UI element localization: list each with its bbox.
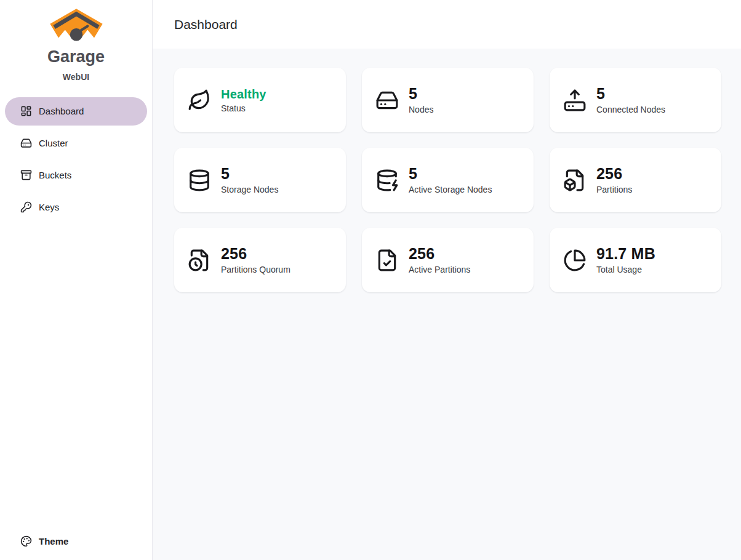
leaf-icon (188, 89, 211, 112)
app-name: Garage (47, 48, 105, 66)
sidebar-item-label: Cluster (39, 138, 68, 148)
stat-value: 5 (221, 166, 278, 183)
sidebar-item-cluster[interactable]: Cluster (5, 129, 147, 158)
pie-chart-icon (563, 249, 587, 272)
stat-label: Status (221, 103, 266, 113)
stat-card-status: Healthy Status (174, 68, 346, 132)
stat-value: 256 (221, 246, 290, 263)
stat-value: Healthy (221, 87, 266, 101)
stat-value: 5 (596, 86, 665, 103)
sidebar-item-label: Dashboard (39, 106, 84, 116)
database-icon (188, 169, 211, 192)
stat-value: 256 (409, 246, 470, 263)
main-area: Dashboard Healthy Status 5 Nodes 5 Conne… (153, 0, 741, 560)
file-box-icon (563, 169, 587, 192)
page-header: Dashboard (153, 0, 741, 49)
stat-label: Connected Nodes (596, 105, 665, 114)
theme-label: Theme (39, 536, 68, 546)
sidebar-item-keys[interactable]: Keys (5, 193, 147, 222)
stat-card-total-usage: 91.7 MB Total Usage (550, 228, 721, 292)
content-area: Healthy Status 5 Nodes 5 Connected Nodes… (153, 49, 741, 560)
stat-card-active-partitions: 256 Active Partitions (362, 228, 534, 292)
hard-drive-upload-icon (563, 89, 587, 112)
database-zap-icon (375, 169, 399, 192)
sidebar: Garage WebUI Dashboard Cluster Buckets K… (0, 0, 153, 560)
layout-dashboard-icon (20, 105, 32, 117)
sidebar-item-label: Buckets (39, 170, 71, 180)
palette-icon (20, 535, 32, 547)
stats-grid: Healthy Status 5 Nodes 5 Connected Nodes… (174, 68, 721, 292)
key-icon (20, 201, 32, 213)
stat-label: Nodes (409, 105, 433, 114)
sidebar-item-dashboard[interactable]: Dashboard (5, 97, 147, 126)
hard-drive-icon (20, 137, 32, 149)
garage-logo-icon (47, 7, 105, 47)
stat-label: Storage Nodes (221, 185, 278, 194)
stat-card-storage-nodes: 5 Storage Nodes (174, 148, 346, 212)
stat-label: Total Usage (596, 265, 655, 274)
sidebar-item-label: Keys (39, 202, 59, 212)
stat-card-partitions: 256 Partitions (550, 148, 721, 212)
stat-label: Active Storage Nodes (409, 185, 492, 194)
archive-icon (20, 169, 32, 181)
logo-area: Garage WebUI (0, 0, 152, 82)
stat-card-nodes: 5 Nodes (362, 68, 534, 132)
stat-label: Partitions (596, 185, 632, 194)
stat-card-active-storage-nodes: 5 Active Storage Nodes (362, 148, 534, 212)
stat-label: Partitions Quorum (221, 265, 290, 274)
stat-card-connected-nodes: 5 Connected Nodes (550, 68, 721, 132)
sidebar-item-buckets[interactable]: Buckets (5, 161, 147, 190)
stat-label: Active Partitions (409, 265, 470, 274)
app-subtitle: WebUI (63, 72, 89, 82)
stat-value: 5 (409, 166, 492, 183)
file-check-icon (375, 249, 399, 272)
file-clock-icon (188, 249, 211, 272)
stat-card-partitions-quorum: 256 Partitions Quorum (174, 228, 346, 292)
sidebar-spacer (0, 222, 152, 527)
theme-button[interactable]: Theme (0, 527, 152, 555)
stat-value: 256 (596, 166, 632, 183)
hard-drive-icon (375, 89, 399, 112)
stat-value: 5 (409, 86, 433, 103)
stat-value: 91.7 MB (596, 246, 655, 263)
sidebar-nav: Dashboard Cluster Buckets Keys (0, 97, 152, 222)
page-title: Dashboard (174, 17, 238, 32)
